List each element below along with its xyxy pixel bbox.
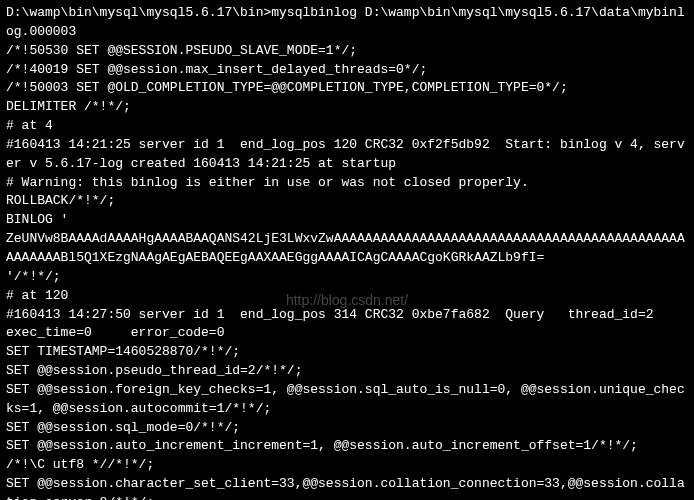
terminal-line: /*!\C utf8 *//*!*/;	[6, 456, 688, 475]
terminal-line: SET @@session.character_set_client=33,@@…	[6, 475, 688, 500]
terminal-line: '/*!*/;	[6, 268, 688, 287]
terminal-line: # at 120	[6, 287, 688, 306]
terminal-output: D:\wamp\bin\mysql\mysql5.6.17\bin>mysqlb…	[6, 4, 688, 500]
terminal-line: /*!40019 SET @@session.max_insert_delaye…	[6, 61, 688, 80]
terminal-line: SET @@session.sql_mode=0/*!*/;	[6, 419, 688, 438]
terminal-line: # at 4	[6, 117, 688, 136]
terminal-line: SET TIMESTAMP=1460528870/*!*/;	[6, 343, 688, 362]
terminal-line: #160413 14:21:25 server id 1 end_log_pos…	[6, 136, 688, 174]
terminal-line: /*!50003 SET @OLD_COMPLETION_TYPE=@@COMP…	[6, 79, 688, 98]
terminal-line: SET @@session.foreign_key_checks=1, @@se…	[6, 381, 688, 419]
terminal-line: SET @@session.pseudo_thread_id=2/*!*/;	[6, 362, 688, 381]
terminal-line: D:\wamp\bin\mysql\mysql5.6.17\bin>mysqlb…	[6, 4, 688, 42]
terminal-line: ZeUNVw8BAAAAdAAAAHgAAAABAAQANS42LjE3LWxv…	[6, 230, 688, 268]
terminal-line: DELIMITER /*!*/;	[6, 98, 688, 117]
terminal-line: #160413 14:27:50 server id 1 end_log_pos…	[6, 306, 688, 344]
terminal-line: ROLLBACK/*!*/;	[6, 192, 688, 211]
terminal-line: SET @@session.auto_increment_increment=1…	[6, 437, 688, 456]
terminal-line: # Warning: this binlog is either in use …	[6, 174, 688, 193]
terminal-line: /*!50530 SET @@SESSION.PSEUDO_SLAVE_MODE…	[6, 42, 688, 61]
terminal-line: BINLOG '	[6, 211, 688, 230]
